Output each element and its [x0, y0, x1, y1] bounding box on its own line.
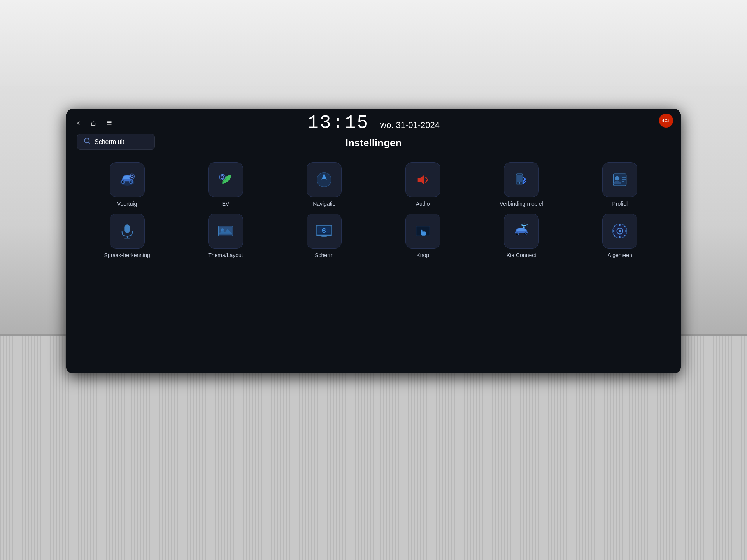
audio-label: Audio [416, 200, 430, 207]
scherm-icon-box [307, 214, 342, 248]
profiel-label: Profiel [612, 200, 628, 207]
home-button[interactable]: ⌂ [91, 118, 96, 128]
grid-item-scherm[interactable]: Scherm [279, 214, 370, 259]
svg-point-24 [615, 176, 620, 181]
svg-rect-57 [613, 231, 615, 232]
svg-point-13 [219, 174, 225, 180]
ev-icon-box [208, 162, 243, 197]
grid-item-verbinding[interactable]: Verbinding mobiel [476, 162, 566, 207]
profiel-icon-box [602, 162, 637, 197]
lte-icon: 4G+ [659, 114, 673, 128]
grid-item-knop[interactable]: Knop [377, 214, 468, 259]
time-date: 13:15 wo. 31-01-2024 [307, 112, 440, 133]
svg-point-4 [123, 181, 124, 183]
svg-line-1 [88, 142, 89, 143]
thema-icon-box [208, 214, 243, 248]
algemeen-icon-box [602, 214, 637, 248]
svg-point-22 [519, 182, 520, 184]
svg-point-54 [619, 230, 621, 232]
kia-connect-icon-box [504, 214, 539, 248]
svg-rect-56 [619, 236, 621, 238]
grid-item-voertuig[interactable]: Voertuig [82, 162, 172, 207]
svg-point-48 [516, 233, 517, 234]
date: wo. 31-01-2024 [380, 120, 440, 130]
svg-rect-32 [219, 227, 232, 235]
spraak-icon-box [110, 214, 145, 248]
voertuig-icon-box [110, 162, 145, 197]
menu-button[interactable]: ≡ [107, 118, 112, 128]
header-row: Scherm uit Instellingen [66, 132, 681, 153]
grid-item-spraak[interactable]: Spraak-herkenning [82, 214, 172, 259]
ev-label: EV [222, 200, 230, 207]
grid-item-thema[interactable]: Thema/Layout [180, 214, 271, 259]
algemeen-label: Algemeen [608, 252, 632, 259]
back-button[interactable]: ‹ [77, 118, 80, 128]
page-title: Instellingen [345, 137, 402, 149]
navigatie-icon-box [307, 162, 342, 197]
search-label: Scherm uit [95, 138, 124, 145]
car-surround: ‹ ⌂ ≡ 13:15 wo. 31-01-2024 4G+ [0, 0, 747, 560]
svg-point-6 [130, 181, 132, 183]
voertuig-label: Voertuig [117, 200, 137, 207]
svg-rect-28 [124, 225, 130, 233]
svg-point-7 [129, 174, 134, 179]
navigatie-label: Navigatie [313, 200, 335, 207]
knop-label: Knop [416, 252, 429, 259]
clock: 13:15 [307, 112, 369, 133]
audio-icon-box [405, 162, 440, 197]
search-bar[interactable]: Scherm uit [77, 134, 155, 150]
grid-item-ev[interactable]: EV [180, 162, 271, 207]
grid-item-algemeen[interactable]: Algemeen [575, 214, 665, 259]
search-icon [84, 137, 91, 146]
status-bar: ‹ ⌂ ≡ 13:15 wo. 31-01-2024 4G+ [66, 109, 681, 132]
thema-label: Thema/Layout [208, 252, 243, 259]
connectivity-status: 4G+ [659, 114, 673, 128]
svg-point-0 [84, 138, 89, 143]
grid-item-audio[interactable]: Audio [377, 162, 468, 207]
grid-item-kia-connect[interactable]: Kia Connect [476, 214, 566, 259]
scherm-label: Scherm [315, 252, 333, 259]
screen-container: ‹ ⌂ ≡ 13:15 wo. 31-01-2024 4G+ [66, 109, 681, 373]
svg-point-50 [525, 233, 526, 234]
grid-item-navigatie[interactable]: Navigatie [279, 162, 370, 207]
nav-controls: ‹ ⌂ ≡ [77, 118, 112, 128]
knop-icon-box [405, 214, 440, 248]
spraak-label: Spraak-herkenning [104, 252, 150, 259]
verbinding-label: Verbinding mobiel [500, 200, 543, 207]
svg-point-51 [523, 226, 525, 228]
screen-inner: ‹ ⌂ ≡ 13:15 wo. 31-01-2024 4G+ [66, 109, 681, 373]
kia-connect-label: Kia Connect [507, 252, 536, 259]
settings-grid: Voertuig [66, 156, 681, 266]
svg-point-39 [323, 229, 325, 231]
svg-rect-21 [517, 175, 522, 182]
grid-item-profiel[interactable]: Profiel [575, 162, 665, 207]
svg-rect-55 [619, 224, 621, 226]
svg-rect-58 [625, 231, 627, 232]
verbinding-icon-box [504, 162, 539, 197]
